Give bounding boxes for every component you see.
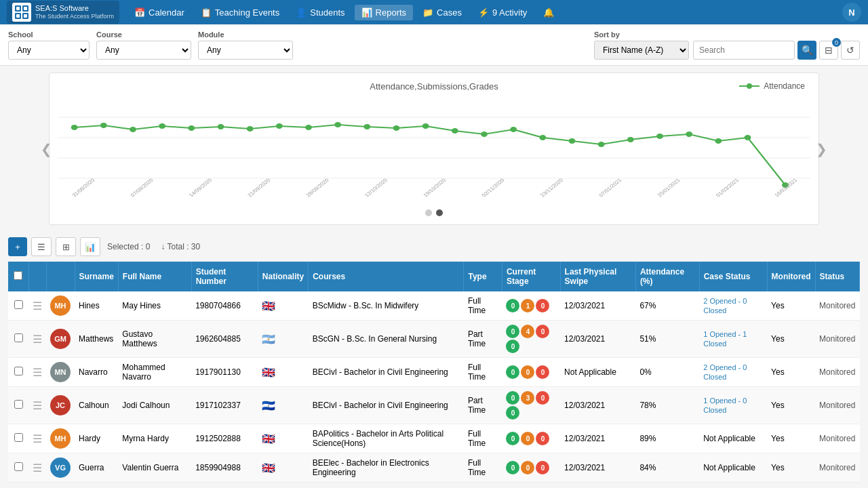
row-badges: 0400 bbox=[506, 325, 556, 353]
search-input[interactable] bbox=[693, 41, 795, 60]
sort-by-select[interactable]: First Name (A-Z) bbox=[594, 41, 689, 60]
row-checkbox[interactable] bbox=[14, 433, 23, 442]
school-select[interactable]: Any bbox=[8, 41, 90, 60]
status-header[interactable]: Status bbox=[815, 262, 859, 291]
row-case-status[interactable]: 2 Opened - 0 Closed bbox=[699, 291, 767, 321]
row-avatar: VG bbox=[46, 453, 75, 483]
case-status-link[interactable]: 2 Opened - 0 Closed bbox=[703, 297, 747, 314]
filter-icon: ⊟ bbox=[825, 45, 833, 56]
row-fullname: Valentin Guerra bbox=[118, 453, 191, 483]
course-select[interactable]: Any bbox=[96, 41, 191, 60]
nav-reports[interactable]: 📊 Reports bbox=[355, 5, 414, 20]
row-case-status[interactable]: Not Applicable bbox=[699, 424, 767, 453]
table-header-row: Surname Full Name Student Number Nationa… bbox=[8, 262, 860, 291]
row-checkbox[interactable] bbox=[14, 400, 23, 409]
row-menu-icon[interactable]: ☰ bbox=[28, 387, 46, 424]
svg-rect-5 bbox=[24, 7, 27, 10]
course-filter-group: Course Any bbox=[96, 30, 191, 60]
row-menu-icon[interactable]: ☰ bbox=[28, 453, 46, 483]
nav-activity[interactable]: ⚡ 9 Activity bbox=[471, 5, 534, 20]
case-status-link[interactable]: 2 Opened - 0 Closed bbox=[703, 363, 747, 381]
chart-view-button[interactable]: 📊 bbox=[80, 237, 100, 256]
add-icon: + bbox=[15, 242, 20, 252]
monitored-header[interactable]: Monitored bbox=[767, 262, 815, 291]
svg-rect-7 bbox=[24, 14, 27, 18]
chart-dot-1[interactable] bbox=[425, 209, 432, 216]
attendance-header[interactable]: Attendance (%) bbox=[635, 262, 699, 291]
nationality-flag: 🇬🇧 bbox=[262, 433, 275, 445]
svg-point-16 bbox=[188, 125, 195, 131]
row-last-swipe: Not Applicable bbox=[560, 358, 635, 387]
bell-icon: 🔔 bbox=[543, 7, 554, 18]
svg-text:02/11/2020: 02/11/2020 bbox=[481, 177, 507, 198]
row-checkbox[interactable] bbox=[14, 300, 23, 309]
reset-filter-button[interactable]: ↺ bbox=[841, 41, 860, 60]
table-row: ☰MHHardyMyrna Hardy1912502888🇬🇧BAPolitic… bbox=[8, 424, 860, 453]
row-checkbox[interactable] bbox=[14, 462, 23, 471]
row-menu-icon[interactable]: ☰ bbox=[28, 321, 46, 358]
search-button[interactable]: 🔍 bbox=[797, 41, 816, 60]
courses-header[interactable]: Courses bbox=[309, 262, 464, 291]
svg-point-18 bbox=[247, 126, 254, 131]
row-checkbox[interactable] bbox=[14, 333, 23, 342]
nav-students[interactable]: 👤 Students bbox=[289, 5, 351, 20]
nav-calendar[interactable]: 📅 Calendar bbox=[127, 5, 191, 20]
search-wrap: 🔍 ⊟ 0 ↺ bbox=[693, 41, 860, 60]
grid-view-icon: ⊞ bbox=[62, 242, 70, 252]
row-monitored: Yes bbox=[767, 321, 815, 358]
fullname-header[interactable]: Full Name bbox=[118, 262, 191, 291]
surname-header[interactable]: Surname bbox=[75, 262, 118, 291]
badge-orange: 0 bbox=[521, 432, 534, 445]
row-surname: Matthews bbox=[75, 321, 118, 358]
chart-prev-button[interactable]: ❮ bbox=[41, 141, 52, 157]
module-filter-group: Module Any bbox=[198, 30, 293, 60]
user-avatar[interactable]: N bbox=[842, 3, 861, 22]
svg-point-25 bbox=[452, 128, 458, 134]
add-button[interactable]: + bbox=[8, 237, 27, 256]
row-courses: BECivl - Bachelor in Civil Engineering bbox=[309, 358, 464, 387]
nav-cases[interactable]: 📁 Cases bbox=[416, 5, 469, 20]
selected-count: Selected : 0 bbox=[107, 242, 150, 251]
row-checkbox[interactable] bbox=[14, 367, 23, 375]
row-badges: 0300 bbox=[506, 391, 556, 420]
brand-logo-area[interactable]: SEA:S Software The Student Access Platfo… bbox=[7, 1, 119, 24]
row-attendance: 67% bbox=[635, 291, 699, 321]
case-status-header[interactable]: Case Status bbox=[699, 262, 767, 291]
row-menu-icon[interactable]: ☰ bbox=[28, 424, 46, 453]
badge-orange: 0 bbox=[521, 365, 534, 379]
notification-bell[interactable]: 🔔 bbox=[536, 5, 561, 20]
row-case-status[interactable]: 1 Opened - 1 Closed bbox=[699, 321, 767, 358]
svg-point-28 bbox=[539, 135, 546, 140]
chart-container: Attendance,Submissions,Grades Attendance bbox=[49, 73, 819, 225]
row-menu-icon[interactable]: ☰ bbox=[28, 291, 46, 321]
row-menu-icon[interactable]: ☰ bbox=[28, 358, 46, 387]
row-last-swipe: 12/03/2021 bbox=[560, 387, 635, 424]
select-all-checkbox[interactable] bbox=[14, 271, 22, 280]
case-status-link[interactable]: 1 Opened - 1 Closed bbox=[703, 330, 747, 348]
filter-button[interactable]: ⊟ 0 bbox=[819, 41, 838, 60]
row-surname: Navarro bbox=[75, 358, 118, 387]
list-view-button[interactable]: ☰ bbox=[31, 237, 52, 256]
nationality-header[interactable]: Nationality bbox=[258, 262, 308, 291]
row-current-stage: 000 bbox=[502, 424, 560, 453]
nav-teaching-events[interactable]: 📋 Teaching Events bbox=[194, 5, 286, 20]
row-case-status[interactable]: 2 Opened - 0 Closed bbox=[699, 358, 767, 387]
svg-text:12/10/2020: 12/10/2020 bbox=[363, 177, 389, 198]
reset-icon: ↺ bbox=[846, 45, 854, 56]
module-select[interactable]: Any bbox=[198, 41, 293, 60]
svg-point-23 bbox=[393, 125, 400, 131]
case-status-link[interactable]: 1 Opened - 0 Closed bbox=[703, 396, 747, 414]
last-swipe-header[interactable]: Last Physical Swipe bbox=[560, 262, 635, 291]
svg-text:14/09/2020: 14/09/2020 bbox=[188, 177, 214, 198]
svg-rect-6 bbox=[16, 14, 20, 18]
chart-next-button[interactable]: ❯ bbox=[816, 141, 827, 157]
sort-by-group: Sort by First Name (A-Z) 🔍 ⊟ 0 ↺ bbox=[594, 30, 860, 60]
chart-dot-2[interactable] bbox=[436, 209, 443, 216]
type-header[interactable]: Type bbox=[464, 262, 502, 291]
select-all-header[interactable] bbox=[8, 262, 28, 291]
row-case-status[interactable]: Not Applicable bbox=[699, 453, 767, 483]
row-case-status[interactable]: 1 Opened - 0 Closed bbox=[699, 387, 767, 424]
grid-view-button[interactable]: ⊞ bbox=[56, 237, 76, 256]
current-stage-header[interactable]: Current Stage bbox=[502, 262, 560, 291]
student-number-header[interactable]: Student Number bbox=[191, 262, 258, 291]
